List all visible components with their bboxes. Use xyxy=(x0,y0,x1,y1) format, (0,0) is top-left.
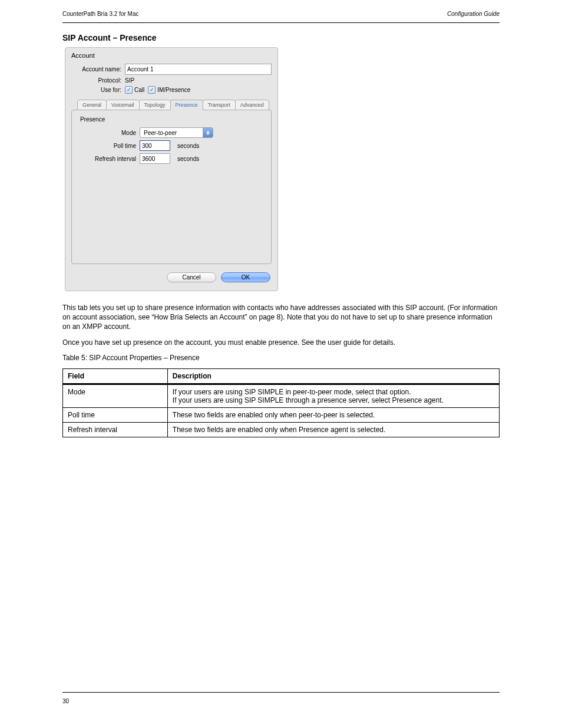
page-content: SIP Account – Presence Account Account n… xyxy=(62,33,500,681)
tab-transport[interactable]: Transport xyxy=(203,100,236,110)
page-number: 30 xyxy=(62,698,69,704)
tab-bar: General Voicemail Topology Presence Tran… xyxy=(71,100,272,110)
account-name-input[interactable] xyxy=(125,64,272,75)
ok-button[interactable]: OK xyxy=(221,272,270,282)
call-checkbox-label: Call xyxy=(134,87,144,93)
cell-mode-field: Mode xyxy=(63,384,168,407)
protocol-value: SIP xyxy=(125,77,134,84)
account-name-label: Account name: xyxy=(71,66,121,73)
use-for-row: Use for: ✓ Call ✓ IM/Presence xyxy=(71,86,272,94)
poll-time-unit: seconds xyxy=(177,143,199,149)
mode-label: Mode xyxy=(80,130,136,136)
poll-time-input[interactable] xyxy=(140,140,170,151)
protocol-row: Protocol: SIP xyxy=(71,77,272,84)
refresh-interval-unit: seconds xyxy=(177,156,199,162)
im-presence-checkbox[interactable]: ✓ IM/Presence xyxy=(148,86,190,94)
table-row: Poll time These two fields are enabled o… xyxy=(63,407,500,422)
tab-voicemail[interactable]: Voicemail xyxy=(106,100,140,110)
account-name-row: Account name: xyxy=(71,64,272,75)
tab-presence[interactable]: Presence xyxy=(170,100,203,110)
header-doc-title: Configuration Guide xyxy=(447,11,500,17)
call-checkbox[interactable]: ✓ Call xyxy=(125,86,144,94)
tabs-container: General Voicemail Topology Presence Tran… xyxy=(71,100,272,264)
tab-general[interactable]: General xyxy=(77,100,107,110)
header-rule xyxy=(62,22,500,23)
poll-time-label: Poll time xyxy=(80,143,136,149)
fields-table: Field Description Mode If your users are… xyxy=(62,368,500,437)
presence-panel: Presence Mode Peer-to-peer Poll time xyxy=(71,110,272,264)
mode-select[interactable]: Peer-to-peer xyxy=(140,127,213,138)
cell-refresh-desc: These two fields are enabled only when P… xyxy=(167,422,499,437)
table-header-label: Table 5: SIP Account Properties – Presen… xyxy=(62,353,500,363)
mode-row: Mode Peer-to-peer xyxy=(80,127,263,138)
panel-legend: Presence xyxy=(80,116,263,123)
refresh-interval-label: Refresh interval xyxy=(80,156,136,162)
checkbox-icon: ✓ xyxy=(148,86,156,94)
table-row: Mode If your users are using SIP SIMPLE … xyxy=(63,384,500,407)
refresh-interval-input[interactable] xyxy=(140,153,170,164)
tab-advanced[interactable]: Advanced xyxy=(235,100,269,110)
paragraph-1: This tab lets you set up to share presen… xyxy=(62,303,500,332)
th-field: Field xyxy=(63,368,168,384)
poll-time-row: Poll time seconds xyxy=(80,140,263,151)
body-text: This tab lets you set up to share presen… xyxy=(62,303,500,363)
window-title: Account xyxy=(65,48,277,61)
header-product: CounterPath Bria 3.2 for Mac xyxy=(62,11,139,17)
use-for-label: Use for: xyxy=(71,87,121,93)
im-presence-checkbox-label: IM/Presence xyxy=(157,87,190,93)
section-title: SIP Account – Presence xyxy=(62,33,500,42)
dialog-buttons: Cancel OK xyxy=(65,272,270,282)
cell-poll-field: Poll time xyxy=(63,407,168,422)
chevron-up-down-icon xyxy=(203,128,213,137)
checkbox-icon: ✓ xyxy=(125,86,133,94)
table-row: Refresh interval These two fields are en… xyxy=(63,422,500,437)
cell-poll-desc: These two fields are enabled only when p… xyxy=(167,407,499,422)
footer-rule xyxy=(62,692,500,693)
paragraph-2: Once you have set up presence on the acc… xyxy=(62,338,500,347)
tab-topology[interactable]: Topology xyxy=(139,100,171,110)
cell-refresh-field: Refresh interval xyxy=(63,422,168,437)
protocol-label: Protocol: xyxy=(71,77,121,84)
mode-value: Peer-to-peer xyxy=(140,130,203,136)
th-description: Description xyxy=(167,368,499,384)
cell-mode-desc: If your users are using SIP SIMPLE in pe… xyxy=(167,384,499,407)
cancel-button[interactable]: Cancel xyxy=(167,272,216,282)
refresh-interval-row: Refresh interval seconds xyxy=(80,153,263,164)
account-window: Account Account name: Protocol: SIP Use … xyxy=(65,47,278,291)
